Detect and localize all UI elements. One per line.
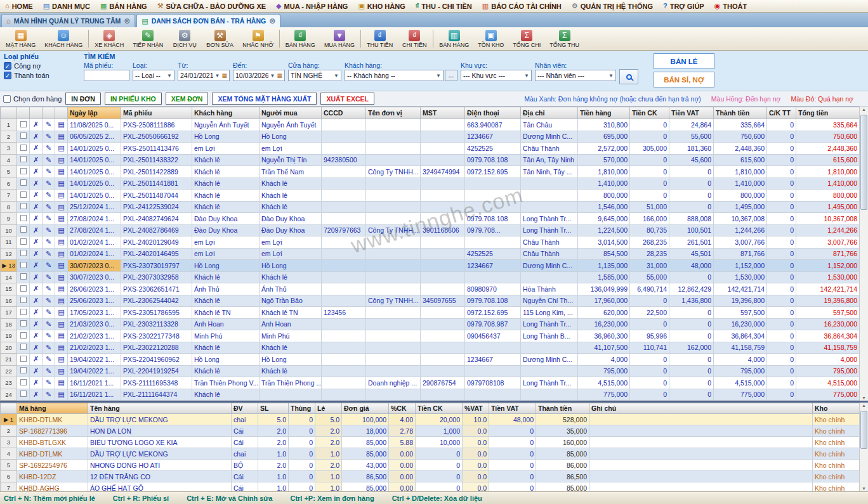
scroll-down-icon[interactable]: ▼ bbox=[860, 396, 868, 400]
delete-row-icon[interactable]: ✗ bbox=[30, 389, 43, 401]
khach-hang-select[interactable]: -- Khách hàng -- ▼ bbox=[345, 70, 444, 81]
order-row[interactable]: 23✗✎▤16/11/2021 1...PXS-21111695348Trần … bbox=[1, 377, 860, 389]
order-row[interactable]: 22✗✎▤19/04/2022 1...PXL-22041919254Khách… bbox=[1, 365, 860, 377]
delete-row-icon[interactable]: ✗ bbox=[30, 224, 43, 236]
order-row[interactable]: 1✗✎▤11/08/2025 0...PXS-2508111886Nguyễn … bbox=[1, 119, 860, 131]
view-row-icon[interactable]: ▤ bbox=[55, 166, 68, 178]
tab-main-screen[interactable]: ⌂ MÀN HÌNH QUẢN LÝ TRUNG TÂM ⊗ bbox=[1, 14, 135, 27]
edit-row-icon[interactable]: ✎ bbox=[43, 260, 55, 272]
view-row-icon[interactable]: ▤ bbox=[55, 154, 68, 166]
edit-row-icon[interactable]: ✎ bbox=[43, 236, 55, 249]
order-row[interactable]: 16✗✎▤25/06/2023 1...PXL-23062544042Khách… bbox=[1, 295, 860, 307]
order-row[interactable]: 6✗✎▤14/01/2025 0...PXL-25011441881Khách … bbox=[1, 178, 860, 190]
orders-col-nguoi-mua[interactable]: Người mua bbox=[260, 107, 322, 119]
calendar-icon[interactable]: ▦ bbox=[221, 72, 227, 79]
loai-select[interactable]: -- Loại -- ▼ bbox=[133, 70, 174, 81]
menu-item-bao-cao-tai-chinh[interactable]: ▥BÁO CÁO TÀI CHÍNH bbox=[477, 0, 567, 12]
row-select-checkbox[interactable] bbox=[17, 131, 30, 143]
row-select-checkbox[interactable] bbox=[17, 318, 30, 330]
orders-col-tien-vat[interactable]: Tiền VAT bbox=[669, 107, 714, 119]
delete-row-icon[interactable]: ✗ bbox=[30, 236, 43, 249]
edit-row-icon[interactable]: ✎ bbox=[43, 248, 55, 260]
vertical-scrollbar[interactable]: ▲ ▼ bbox=[859, 403, 868, 491]
menu-item-mua-nhap-hang[interactable]: ◆MUA - NHẬP HÀNG bbox=[271, 0, 353, 12]
select-orders-checkbox[interactable]: Chọn đơn hàng bbox=[3, 95, 62, 103]
items-col-ma-hang[interactable]: Mã hàng bbox=[17, 403, 88, 414]
delete-row-icon[interactable]: ✗ bbox=[30, 119, 43, 131]
view-row-icon[interactable]: ▤ bbox=[55, 330, 68, 342]
delete-row-icon[interactable]: ✗ bbox=[30, 271, 43, 283]
edit-row-icon[interactable]: ✎ bbox=[43, 295, 55, 307]
orders-col-khach-hang[interactable]: Khách hàng bbox=[192, 107, 260, 119]
items-col-ghi-chu[interactable]: Ghi chú bbox=[589, 403, 813, 414]
row-select-checkbox[interactable] bbox=[17, 271, 30, 283]
menu-item-thoat[interactable]: ◉THOÁT bbox=[709, 0, 753, 12]
scrollbar-thumb[interactable] bbox=[860, 411, 867, 449]
view-row-icon[interactable]: ▤ bbox=[55, 143, 68, 155]
menu-item-kho-hang[interactable]: ▣KHO HÀNG bbox=[353, 0, 410, 12]
edit-row-icon[interactable]: ✎ bbox=[43, 330, 55, 342]
delete-row-icon[interactable]: ✗ bbox=[30, 248, 43, 260]
order-row[interactable]: 20✗✎▤21/02/2023 1...PXL-23022120288Khách… bbox=[1, 342, 860, 354]
row-select-checkbox[interactable] bbox=[17, 236, 30, 249]
row-select-checkbox[interactable] bbox=[17, 154, 30, 166]
items-col-ck[interactable]: %CK bbox=[389, 403, 416, 414]
view-row-icon[interactable]: ▤ bbox=[55, 119, 68, 131]
item-row[interactable]: 3KHBD-BTLGXKBIỂU TƯỢNG LOGO XE KIACái2.0… bbox=[1, 437, 860, 448]
toolbar-chi-tien[interactable]: ₫CHI TIỀN bbox=[397, 28, 431, 49]
items-col-thung[interactable]: Thùng bbox=[289, 403, 315, 414]
items-col-dv[interactable]: ĐV bbox=[232, 403, 258, 414]
menu-item-thu-chi-tien[interactable]: ₫THU - CHI TIỀN bbox=[411, 0, 477, 12]
menu-item-tro-giup[interactable]: ?TRỢ GIÚP bbox=[658, 0, 709, 12]
order-row[interactable]: 9✗✎▤27/08/2024 1...PXL-24082749624Đào Du… bbox=[1, 213, 860, 225]
order-row[interactable]: 24✗✎▤16/11/2021 1...PXL-21111644374Khách… bbox=[1, 389, 860, 401]
edit-row-icon[interactable]: ✎ bbox=[43, 224, 55, 236]
view-row-icon[interactable]: ▤ bbox=[55, 283, 68, 295]
row-select-checkbox[interactable] bbox=[17, 389, 30, 401]
row-select-checkbox[interactable] bbox=[17, 365, 30, 377]
edit-row-icon[interactable]: ✎ bbox=[43, 377, 55, 389]
toolbar-mua-hang[interactable]: ▼MUA HÀNG bbox=[320, 28, 359, 49]
delete-row-icon[interactable]: ✗ bbox=[30, 260, 43, 272]
row-select-checkbox[interactable] bbox=[17, 119, 30, 131]
ma-phieu-input[interactable] bbox=[84, 70, 129, 81]
row-select-checkbox[interactable] bbox=[17, 143, 30, 155]
edit-row-icon[interactable]: ✎ bbox=[43, 318, 55, 330]
den-date-picker[interactable]: 10/03/2026 ▼ ▦ bbox=[233, 70, 285, 81]
toolbar-tong-chi[interactable]: ΣTỔNG CHI bbox=[508, 28, 545, 49]
toolbar-tong-thu[interactable]: ΣTỔNG THU bbox=[545, 28, 584, 49]
view-row-icon[interactable]: ▤ bbox=[55, 190, 68, 202]
delete-row-icon[interactable]: ✗ bbox=[30, 178, 43, 190]
delete-row-icon[interactable]: ✗ bbox=[30, 131, 43, 143]
order-row[interactable]: 17✗✎▤17/05/2023 1...PXS-23051786595Khách… bbox=[1, 307, 860, 319]
order-row[interactable]: 5✗✎▤14/01/2025 0...PXL-25011422889Khách … bbox=[1, 166, 860, 178]
view-row-icon[interactable]: ▤ bbox=[55, 213, 68, 225]
items-col-sl[interactable]: SL bbox=[258, 403, 289, 414]
order-row[interactable]: 11✗✎▤01/02/2024 1...PXL-24020129049em Lợ… bbox=[1, 236, 860, 249]
delete-row-icon[interactable]: ✗ bbox=[30, 318, 43, 330]
edit-row-icon[interactable]: ✎ bbox=[43, 213, 55, 225]
view-row-icon[interactable]: ▤ bbox=[55, 201, 68, 213]
scroll-up-icon[interactable]: ▲ bbox=[860, 403, 868, 408]
edit-row-icon[interactable]: ✎ bbox=[43, 131, 55, 143]
item-row[interactable]: 6KHBD-12DZ12 ĐÈN TRẮNG COCái1.001.086,50… bbox=[1, 471, 860, 482]
delete-row-icon[interactable]: ✗ bbox=[30, 166, 43, 178]
toolbar-ban-hang[interactable]: ▥BÁN HÀNG bbox=[435, 28, 473, 49]
row-select-checkbox[interactable] bbox=[17, 166, 30, 178]
edit-row-icon[interactable]: ✎ bbox=[43, 190, 55, 202]
order-row[interactable]: 10✗✎▤27/08/2024 1...PXL-24082786469Đào D… bbox=[1, 224, 860, 236]
view-row-icon[interactable]: ▤ bbox=[55, 236, 68, 249]
edit-row-icon[interactable]: ✎ bbox=[43, 271, 55, 283]
scrollbar-thumb[interactable] bbox=[860, 115, 867, 210]
order-row[interactable]: 4✗✎▤14/01/2025 0...PXL-25011438322Khách … bbox=[1, 154, 860, 166]
row-select-checkbox[interactable] bbox=[17, 283, 30, 295]
order-row[interactable]: 8✗✎▤25/12/2024 1...PXL-24122539024Khách … bbox=[1, 201, 860, 213]
view-row-icon[interactable]: ▤ bbox=[55, 178, 68, 190]
khu-vuc-select[interactable]: --- Khu vực --- ▼ bbox=[461, 70, 532, 81]
row-select-checkbox[interactable] bbox=[17, 377, 30, 389]
toolbar-tiep-nhan[interactable]: ✎TIẾP NHẬN bbox=[128, 28, 168, 49]
edit-row-icon[interactable]: ✎ bbox=[43, 389, 55, 401]
tu-date-picker[interactable]: 24/01/2021 ▼ ▦ bbox=[178, 70, 230, 81]
xem-don-button[interactable]: XEM ĐƠN bbox=[166, 93, 209, 105]
row-select-checkbox[interactable] bbox=[17, 178, 30, 190]
